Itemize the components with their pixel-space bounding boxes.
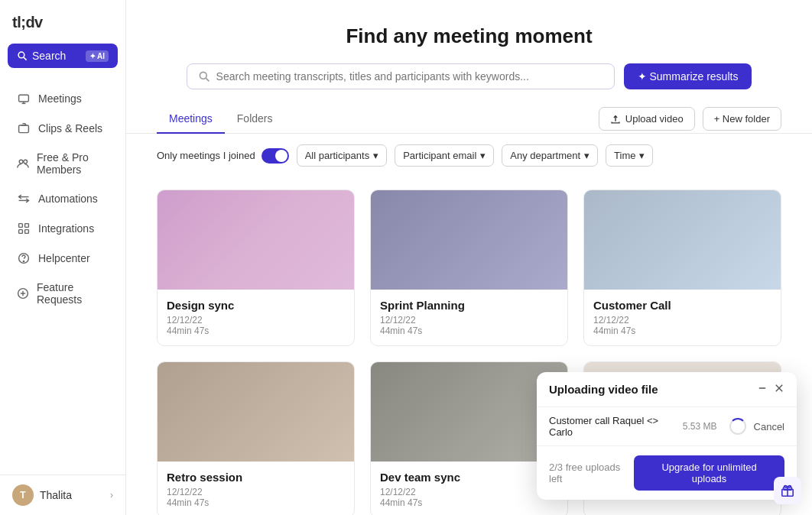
tabs-row: Meetings Folders Upload video + New fold… [126, 105, 812, 134]
department-filter[interactable]: Any department ▾ [502, 144, 598, 167]
search-icon [198, 70, 210, 83]
upload-header-actions [757, 383, 784, 396]
sidebar-item-feature-requests[interactable]: Feature Requests [5, 274, 121, 313]
sidebar-item-integrations[interactable]: Integrations [5, 214, 121, 243]
participants-filter[interactable]: All participants ▾ [297, 144, 388, 167]
sidebar-nav: Meetings Clips & Reels Free & Pro Member… [0, 80, 125, 475]
tab-actions: Upload video + New folder [599, 107, 781, 131]
upload-modal-title: Uploading video file [549, 383, 658, 396]
email-filter[interactable]: Participant email ▾ [395, 144, 494, 167]
chevron-right-icon: › [110, 490, 113, 500]
sidebar-item-automations[interactable]: Automations [5, 184, 121, 213]
new-folder-button[interactable]: + New folder [703, 107, 781, 131]
svg-point-7 [24, 160, 28, 164]
sidebar-item-feature-requests-label: Feature Requests [37, 281, 109, 306]
sidebar-item-meetings-label: Meetings [38, 92, 82, 105]
meeting-card-3[interactable]: Customer Call 12/12/22 44min 47s [583, 189, 781, 346]
upload-footer: 2/3 free uploads left Upgrade for unlimi… [537, 445, 797, 500]
user-name: Thalita [40, 489, 104, 501]
sidebar-item-helpcenter-label: Helpcenter [38, 252, 90, 264]
gift-icon [781, 484, 794, 497]
svg-point-15 [23, 261, 24, 261]
integrations-icon [17, 222, 31, 235]
card-duration-2: 44min 47s [380, 326, 558, 336]
tab-meetings[interactable]: Meetings [157, 105, 225, 134]
svg-rect-5 [19, 125, 29, 133]
card-duration-1: 44min 47s [167, 326, 345, 336]
upload-filesize: 5.53 MB [683, 421, 717, 432]
svg-rect-2 [19, 95, 29, 102]
time-label: Time [614, 150, 635, 161]
card-duration-3: 44min 47s [593, 326, 771, 336]
search-bar-container: ✦ Summarize results [126, 63, 812, 105]
upload-modal: Uploading video file Customer call Raque… [537, 372, 797, 500]
participants-label: All participants [305, 150, 370, 161]
meetings-toggle-filter: Only meetings I joined [157, 148, 289, 164]
close-icon[interactable] [774, 383, 784, 396]
email-label: Participant email [403, 150, 476, 161]
sidebar-item-members[interactable]: Free & Pro Members [5, 144, 121, 183]
svg-point-6 [19, 160, 23, 164]
filter-row: Only meetings I joined All participants … [126, 134, 812, 177]
card-duration-5: 44min 47s [380, 497, 558, 508]
svg-point-0 [18, 52, 24, 58]
page-header: Find any meeting moment [126, 0, 812, 63]
upload-filename: Customer call Raquel <> Carlo [549, 415, 675, 438]
meeting-card-4[interactable]: Retro session 12/12/22 44min 47s [157, 361, 355, 515]
time-filter[interactable]: Time ▾ [606, 144, 653, 167]
upload-item: Customer call Raquel <> Carlo 5.53 MB Ca… [537, 406, 797, 445]
meeting-card-2[interactable]: Sprint Planning 12/12/22 44min 47s [370, 189, 568, 346]
department-label: Any department [510, 150, 580, 161]
sidebar-item-automations-label: Automations [38, 193, 98, 205]
sidebar-item-integrations-label: Integrations [38, 222, 94, 235]
new-folder-label: + New folder [714, 113, 770, 125]
card-title-5: Dev team sync [380, 471, 558, 484]
sidebar: tl;dv Search ✦ AI Meetings Clips & Reels… [0, 0, 126, 515]
members-icon [17, 157, 29, 170]
toggle-switch[interactable] [261, 148, 289, 164]
helpcenter-icon [17, 251, 31, 265]
card-date-1: 12/12/22 [167, 315, 345, 326]
card-date-4: 12/12/22 [167, 487, 345, 497]
card-date-2: 12/12/22 [380, 315, 558, 326]
card-date-3: 12/12/22 [593, 315, 771, 326]
upload-modal-header: Uploading video file [537, 372, 797, 406]
search-bar [187, 63, 615, 89]
svg-point-19 [200, 72, 206, 79]
avatar: T [12, 484, 34, 506]
sidebar-item-helpcenter[interactable]: Helpcenter [5, 244, 121, 273]
summarize-button[interactable]: ✦ Summarize results [624, 63, 752, 89]
main-content: Find any meeting moment ✦ Summarize resu… [126, 0, 812, 515]
search-button-label: Search [32, 50, 66, 62]
card-title-1: Design sync [167, 299, 345, 312]
participants-chevron-icon: ▾ [373, 150, 378, 161]
cancel-upload-button[interactable]: Cancel [754, 421, 784, 432]
meeting-card-1[interactable]: Design sync 12/12/22 44min 47s [157, 189, 355, 346]
email-chevron-icon: ▾ [480, 150, 486, 161]
department-chevron-icon: ▾ [584, 150, 590, 161]
card-title-2: Sprint Planning [380, 299, 558, 312]
search-icon [17, 50, 28, 61]
upload-icon [610, 114, 621, 125]
tabs: Meetings Folders [157, 105, 285, 133]
sidebar-item-meetings[interactable]: Meetings [5, 84, 121, 113]
toggle-label: Only meetings I joined [157, 150, 255, 161]
search-input[interactable] [216, 70, 603, 83]
upload-video-button[interactable]: Upload video [599, 107, 695, 131]
feature-requests-icon [17, 287, 29, 300]
svg-rect-12 [19, 230, 23, 234]
tv-icon [17, 92, 31, 105]
automations-icon [17, 192, 31, 206]
svg-line-1 [24, 57, 26, 60]
user-profile[interactable]: T Thalita › [0, 475, 125, 515]
tab-folders[interactable]: Folders [225, 105, 285, 134]
card-title-4: Retro session [167, 471, 345, 484]
upload-spinner [729, 418, 746, 435]
card-duration-4: 44min 47s [167, 497, 345, 508]
upgrade-button[interactable]: Upgrade for unlimited uploads [634, 455, 784, 491]
search-button[interactable]: Search ✦ AI [8, 44, 118, 68]
sidebar-item-clips[interactable]: Clips & Reels [5, 114, 121, 143]
collapse-icon[interactable] [757, 383, 768, 396]
gift-button[interactable] [774, 477, 801, 504]
svg-rect-10 [19, 224, 23, 228]
